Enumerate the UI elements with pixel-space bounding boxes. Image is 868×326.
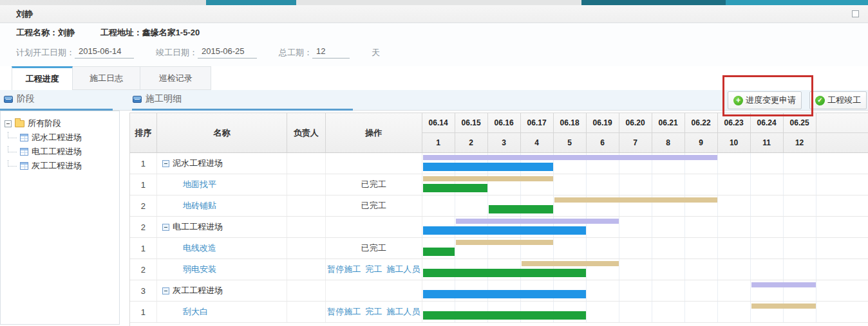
row-owner	[287, 280, 326, 301]
operation-link[interactable]: 施工人员	[386, 306, 420, 318]
tree-item[interactable]: 电工工程进场	[8, 145, 115, 159]
gantt-grid	[422, 238, 817, 258]
duration-unit: 天	[372, 47, 380, 59]
gantt-bar-actual	[423, 163, 553, 171]
day-number-header: 2	[455, 133, 488, 152]
header-owner: 负责人	[287, 113, 326, 152]
tabbar-segment	[0, 0, 206, 5]
detail-panel-title: 施工明细	[133, 93, 182, 105]
day-number-header: 11	[751, 133, 784, 152]
gantt-bar-planned	[423, 155, 717, 160]
tree-root-label: 所有阶段	[28, 118, 61, 129]
collapse-icon[interactable]	[162, 287, 169, 294]
task-name-link[interactable]: 地面找平	[157, 179, 216, 190]
collapse-icon[interactable]	[162, 224, 169, 231]
stage-panel-title: 阶段	[4, 93, 35, 105]
duration-field[interactable]: 12	[312, 46, 350, 59]
tab-construction-log[interactable]: 施工日志	[73, 66, 140, 90]
progress-change-request-label: 进度变更申请	[746, 95, 796, 106]
project-address-value: 鑫缘名家1-5-20	[142, 28, 200, 37]
day-number-header: 9	[685, 133, 718, 152]
plus-icon: +	[733, 96, 743, 105]
plan-start-field[interactable]: 2015-06-14	[75, 46, 134, 59]
gantt-bar-planned	[751, 303, 816, 309]
project-name-value: 刘静	[58, 28, 75, 37]
tree-item[interactable]: 泥水工程进场	[8, 131, 115, 145]
row-name: 地砖铺贴	[157, 195, 287, 216]
table-row: 1刮大白暂停施工完工施工人员	[130, 302, 868, 323]
date-column-header: 06.25	[784, 113, 816, 132]
status-text: 已完工	[361, 200, 386, 212]
task-name-link[interactable]: 地砖铺贴	[157, 200, 216, 212]
table-body: 1泥水工程进场1地面找平已完工2地砖铺贴已完工2电工工程进场1电线改造已完工2弱…	[130, 153, 868, 323]
section-header-strip: 阶段 施工明细 + 进度变更申请 ✓ 工程竣工	[0, 90, 868, 111]
gantt-cell	[422, 280, 868, 301]
row-order: 2	[130, 217, 157, 237]
collapse-icon[interactable]	[162, 160, 169, 167]
maximize-icon[interactable]	[852, 10, 859, 17]
row-order: 2	[130, 259, 157, 280]
stage-tree-panel: 所有阶段 泥水工程进场电工工程进场灰工工程进场	[0, 111, 120, 325]
construction-detail-table: 排序 名称 负责人 操作 06.1406.1506.1606.1706.1806…	[129, 113, 868, 326]
tree-connector-line	[8, 160, 17, 167]
gantt-cell	[422, 217, 868, 237]
tree-item[interactable]: 灰工工程进场	[8, 159, 115, 173]
row-order: 1	[130, 153, 157, 174]
row-owner	[287, 174, 326, 195]
date-column-header: 06.24	[751, 113, 784, 132]
row-operations: 暂停施工完工施工人员	[326, 302, 422, 322]
progress-change-request-button[interactable]: + 进度变更申请	[728, 91, 802, 109]
gantt-bar-planned	[423, 176, 553, 181]
row-owner	[287, 153, 326, 174]
gantt-cell	[422, 302, 868, 322]
table-row: 1地面找平已完工	[130, 174, 868, 195]
task-name-link[interactable]: 电线改造	[157, 242, 216, 254]
project-info-section: 工程名称：刘静 工程地址：鑫缘名家1-5-20 计划开工日期： 2015-06-…	[0, 23, 868, 66]
day-number-header: 4	[521, 133, 554, 152]
finish-date-field[interactable]: 2015-06-25	[198, 46, 257, 59]
tabbar-segment	[296, 0, 581, 5]
table-row: 2弱电安装暂停施工完工施工人员	[130, 259, 868, 280]
toolbar: + 进度变更申请 ✓ 工程竣工	[728, 91, 867, 109]
table-row: 2电工工程进场	[130, 217, 868, 238]
table-icon	[20, 148, 28, 156]
row-operations	[326, 217, 422, 237]
operation-link[interactable]: 施工人员	[386, 264, 420, 275]
row-owner	[287, 302, 326, 322]
operation-link[interactable]: 暂停施工	[327, 264, 361, 275]
row-name: 地面找平	[157, 174, 287, 195]
date-column-header: 06.18	[554, 113, 587, 132]
detail-panel-title-label: 施工明细	[146, 93, 182, 105]
tab-project-progress[interactable]: 工程进度	[12, 66, 73, 90]
detail-title-underline	[132, 109, 353, 111]
operation-link[interactable]: 暂停施工	[327, 306, 361, 318]
row-name: 泥水工程进场	[157, 153, 287, 174]
tabbar-active-segment	[206, 0, 296, 5]
group-name-label: 电工工程进场	[173, 221, 223, 233]
task-name-link[interactable]: 刮大白	[157, 306, 208, 318]
gantt-grid	[422, 174, 817, 195]
tree-root-item[interactable]: 所有阶段	[5, 116, 115, 131]
collapse-expander-icon[interactable]	[5, 120, 12, 127]
date-column-header: 06.17	[521, 113, 554, 132]
row-owner	[287, 195, 326, 216]
panel-icon	[133, 96, 142, 103]
project-address-label: 工程地址：	[100, 28, 142, 37]
row-name: 电线改造	[157, 238, 287, 258]
gantt-bar-planned	[456, 240, 553, 245]
window-titlebar: 刘静	[0, 5, 868, 23]
tab-inspection-record[interactable]: 巡检记录	[140, 66, 211, 90]
gantt-header: 06.1406.1506.1606.1706.1806.1906.2006.21…	[422, 113, 868, 152]
gantt-bar-planned	[751, 282, 816, 287]
date-column-header: 06.15	[455, 113, 488, 132]
row-owner	[287, 217, 326, 237]
finish-date-label: 竣工日期：	[156, 47, 198, 59]
operation-link[interactable]: 完工	[365, 264, 382, 275]
project-completion-button[interactable]: ✓ 工程竣工	[809, 91, 867, 109]
tree-item-label: 泥水工程进场	[32, 132, 82, 143]
task-name-link[interactable]: 弱电安装	[157, 264, 216, 275]
project-completion-label: 工程竣工	[827, 95, 861, 106]
header-operations: 操作	[326, 113, 422, 152]
gantt-bar-actual	[423, 184, 487, 192]
operation-link[interactable]: 完工	[365, 306, 382, 318]
